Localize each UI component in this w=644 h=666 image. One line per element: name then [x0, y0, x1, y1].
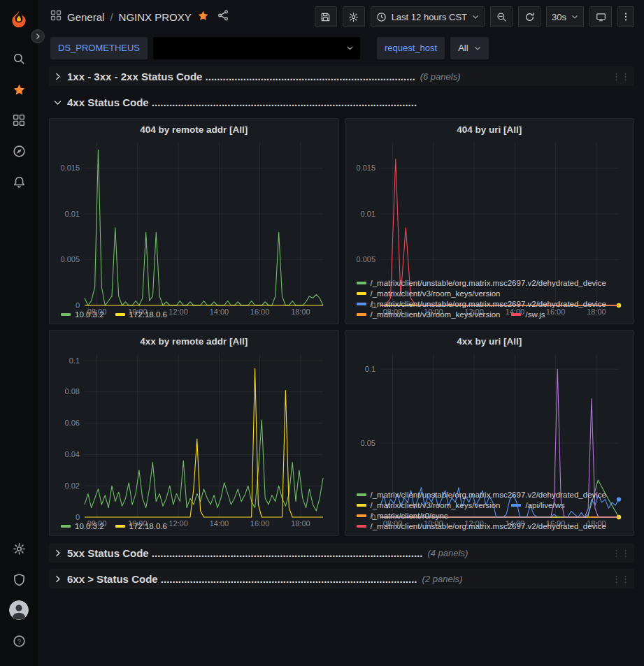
row-drag-handle[interactable]: ⋮⋮	[612, 71, 630, 82]
legend: /_matrix/client/unstable/org.matrix.msc2…	[351, 489, 629, 532]
panel-title[interactable]: 404 by remote addr [All]	[55, 122, 333, 138]
kebab-menu-button[interactable]	[617, 6, 634, 27]
legend-item[interactable]: /api/live/ws	[511, 501, 564, 509]
sidebar-item-explore[interactable]	[5, 136, 33, 166]
refresh-button[interactable]	[518, 6, 541, 27]
sidebar-item-alerting[interactable]	[5, 166, 33, 197]
sidebar-expand-button[interactable]	[31, 29, 45, 43]
legend-label: /_matrix/client/unstable/org.matrix.msc2…	[371, 491, 607, 499]
legend-label: /_matrix/client/v3/room_keys/version	[371, 501, 501, 509]
legend-item[interactable]: /_matrix/client/v3/room_keys/version	[357, 501, 501, 509]
legend: /_matrix/client/unstable/org.matrix.msc2…	[351, 277, 629, 320]
sidebar-item-starred[interactable]	[5, 74, 33, 105]
legend-swatch	[61, 313, 71, 316]
svg-text:0: 0	[76, 513, 80, 521]
host-select-input[interactable]	[153, 37, 360, 59]
breadcrumb-dashboard-title[interactable]: NGINX PROXY	[119, 11, 192, 23]
legend-swatch	[115, 525, 125, 528]
legend-label: /_matrix/client/unstable/org.matrix.msc2…	[371, 522, 607, 530]
dashboard-header: General / NGINX PROXY	[38, 0, 644, 34]
time-range-label: Last 12 hours CST	[392, 12, 467, 22]
svg-text:0.005: 0.005	[60, 255, 80, 263]
time-series-chart[interactable]: 08:0010:0012:0014:0016:0018:0000.0050.01…	[351, 138, 629, 277]
svg-text:0.01: 0.01	[360, 210, 375, 218]
legend-item[interactable]: /_matrix/client/unstable/org.matrix.msc2…	[357, 522, 607, 530]
request-host-variable-label: request_host	[377, 37, 445, 59]
row-title: 5xx Status Code ........................…	[67, 547, 422, 559]
legend-item[interactable]: /_matrix/client/unstable/org.matrix.msc2…	[357, 279, 607, 287]
sidebar-item-help[interactable]: ?	[5, 625, 33, 656]
sidebar-item-server-admin[interactable]	[5, 564, 33, 595]
legend-swatch	[61, 525, 71, 528]
legend-item[interactable]: /sw.js	[511, 310, 545, 319]
row-1xx-3xx-2xx[interactable]: 1xx - 3xx - 2xx Status Code ............…	[49, 66, 634, 86]
legend-item[interactable]: 172.18.0.6	[115, 522, 167, 530]
panel-4xx-by-uri: 4xx by uri [All] 08:0010:0012:0014:0016:…	[345, 330, 635, 536]
legend-item[interactable]: /_matrix/client/r0/sync	[357, 512, 448, 520]
legend-swatch	[357, 282, 366, 284]
legend-label: /_matrix/client/unstable/org.matrix.msc2…	[371, 300, 607, 308]
breadcrumb-section[interactable]: General	[67, 11, 104, 23]
save-dashboard-button[interactable]	[315, 6, 337, 27]
row-drag-handle[interactable]: ⋮⋮	[612, 548, 630, 558]
svg-text:0.08: 0.08	[65, 387, 80, 396]
row-panel-count: (6 panels)	[420, 71, 461, 82]
legend-label: /_matrix/client/r0/sync	[371, 512, 448, 520]
time-range-picker[interactable]: Last 12 hours CST	[371, 6, 485, 27]
legend: 10.0.3.2172.18.0.6	[55, 521, 333, 532]
sidebar-item-profile[interactable]	[5, 595, 33, 625]
tv-mode-button[interactable]	[589, 6, 612, 27]
legend-swatch	[511, 504, 521, 507]
legend-label: /_matrix/client/unstable/org.matrix.msc2…	[371, 279, 607, 287]
row-title: 6xx > Status Code ......................…	[67, 573, 417, 585]
share-icon[interactable]	[217, 10, 229, 24]
svg-text:0.02: 0.02	[65, 482, 80, 490]
legend-swatch	[357, 504, 366, 507]
breadcrumb-separator: /	[110, 11, 113, 23]
svg-text:0.1: 0.1	[69, 356, 80, 365]
chevron-right-icon	[53, 72, 62, 81]
panel-4xx-by-remote-addr: 4xx by remote addr [All] 08:0010:0012:00…	[49, 330, 339, 536]
svg-text:?: ?	[17, 637, 20, 645]
legend-item[interactable]: 172.18.0.6	[115, 310, 167, 319]
sidebar-item-dashboards[interactable]	[5, 105, 33, 136]
time-series-chart[interactable]: 08:0010:0012:0014:0016:0018:0000.050.1	[351, 349, 629, 489]
chevron-down-icon	[346, 44, 354, 52]
panel-title[interactable]: 404 by uri [All]	[351, 122, 629, 138]
grafana-logo-icon[interactable]	[9, 10, 29, 32]
legend-swatch	[357, 292, 366, 295]
sidebar-item-search[interactable]	[5, 43, 33, 74]
favorite-star-icon[interactable]	[197, 10, 209, 24]
request-host-select[interactable]: All	[450, 37, 488, 59]
legend-item[interactable]: /_matrix/client/v3/room_keys/version	[357, 289, 501, 298]
row-6xx[interactable]: 6xx > Status Code ......................…	[49, 569, 634, 588]
panel-title[interactable]: 4xx by uri [All]	[351, 333, 629, 349]
legend-item[interactable]: /_matrix/client/v3/room_keys/version	[357, 310, 501, 319]
row-drag-handle[interactable]: ⋮⋮	[612, 574, 630, 584]
apps-grid-icon	[50, 10, 62, 24]
svg-text:0.015: 0.015	[356, 164, 375, 172]
legend-item[interactable]: 10.0.3.2	[61, 522, 104, 530]
chevron-right-icon	[53, 549, 62, 558]
refresh-interval-label: 30s	[552, 12, 566, 22]
legend-swatch	[357, 493, 366, 496]
time-series-chart[interactable]: 08:0010:0012:0014:0016:0018:0000.020.040…	[55, 349, 333, 521]
row-4xx[interactable]: 4xx Status Code ........................…	[49, 92, 634, 112]
time-series-chart[interactable]: 08:0010:0012:0014:0016:0018:0000.0050.01…	[55, 138, 333, 309]
legend-label: 172.18.0.6	[129, 310, 167, 319]
legend-label: /_matrix/client/v3/room_keys/version	[371, 310, 501, 319]
legend-item[interactable]: /_matrix/client/unstable/org.matrix.msc2…	[357, 300, 607, 308]
legend-swatch	[357, 525, 366, 528]
legend-item[interactable]: /_matrix/client/unstable/org.matrix.msc2…	[357, 491, 607, 499]
zoom-out-button[interactable]	[490, 6, 513, 27]
dashboard-settings-button[interactable]	[343, 6, 365, 27]
row-5xx[interactable]: 5xx Status Code ........................…	[49, 543, 634, 563]
dashboard-body: 1xx - 3xx - 2xx Status Code ............…	[38, 66, 644, 666]
panel-title[interactable]: 4xx by remote addr [All]	[55, 333, 333, 349]
chevron-right-icon	[53, 574, 62, 584]
refresh-interval-select[interactable]: 30s	[546, 6, 584, 27]
sidebar-item-configuration[interactable]	[5, 533, 33, 564]
panel-404-by-uri: 404 by uri [All] 08:0010:0012:0014:0016:…	[345, 118, 635, 324]
legend-label: 172.18.0.6	[129, 522, 167, 530]
legend-item[interactable]: 10.0.3.2	[61, 310, 104, 319]
